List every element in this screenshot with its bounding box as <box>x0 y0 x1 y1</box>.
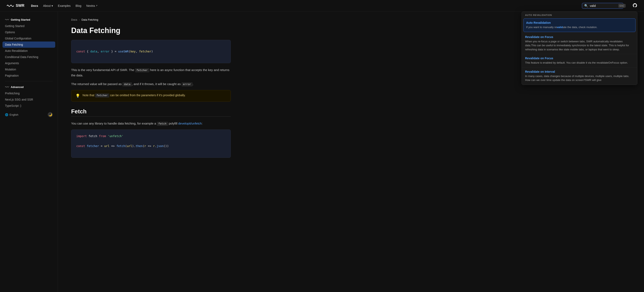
nav-links: Docs About ▾ Examples Blog Nextra ↗ <box>31 4 575 7</box>
note-box: 💡 Note that fetcher can be omitted from … <box>71 90 231 102</box>
sidebar-item-prefetching[interactable]: Prefetching <box>0 90 58 96</box>
section-divider <box>71 117 231 117</box>
search-input[interactable] <box>590 4 617 7</box>
data-inline-code: data <box>122 82 132 86</box>
chevron-down-icon: ▾ <box>52 4 53 7</box>
sidebar-item-data-fetching[interactable]: Data Fetching <box>2 41 55 48</box>
sidebar-section-advanced: Advanced <box>0 84 58 90</box>
nav-link-nextra[interactable]: Nextra ↗ <box>86 4 97 7</box>
sidebar-item-getting-started[interactable]: Getting Started <box>0 23 58 29</box>
dropdown-result-1-title: Auto Revalidation <box>526 21 633 24</box>
fetcher-note-code: fetcher <box>95 94 110 98</box>
note-text: Note that fetcher can be omitted from th… <box>82 94 186 97</box>
dropdown-result-1[interactable]: Auto Revalidation If you want to manuall… <box>524 18 636 32</box>
sidebar-item-mutation[interactable]: Mutation <box>0 66 58 72</box>
sidebar-item-pagination[interactable]: Pagination <box>0 72 58 79</box>
sidebar-item-auto-revalidation[interactable]: Auto Revalidation <box>0 48 58 54</box>
sidebar-item-arguments[interactable]: Arguments <box>0 60 58 66</box>
external-link-icon: ↗ <box>96 4 98 7</box>
github-icon[interactable] <box>632 3 638 8</box>
error-inline-code: error <box>182 82 192 86</box>
topnav: SWR Docs About ▾ Examples Blog Nextra ↗ … <box>0 0 644 11</box>
dropdown-result-3-title: Revalidate on Focus <box>525 57 634 60</box>
nav-link-about[interactable]: About ▾ <box>43 4 53 7</box>
intro-prose-2: The returned value will be passed as dat… <box>71 81 231 87</box>
sidebar-item-nextjs-ssg[interactable]: Next.js SSG and SSR <box>0 96 58 103</box>
main-content: Docs › Data Fetching Data Fetching const… <box>58 11 244 292</box>
nav-link-examples[interactable]: Examples <box>58 4 70 7</box>
breadcrumb-current: Data Fetching <box>82 18 98 21</box>
wave-icon-2 <box>5 86 9 89</box>
dropdown-result-4-title: Revalidate on Interval <box>525 70 634 73</box>
page-title: Data Fetching <box>71 26 231 35</box>
unfetch-link[interactable]: developit/unfetch <box>178 122 202 125</box>
dropdown-section-label: AUTO REVALIDATION <box>522 12 637 17</box>
wave-icon-1 <box>5 18 9 21</box>
search-dropdown: AUTO REVALIDATION Auto Revalidation If y… <box>522 11 638 85</box>
sidebar-item-global-config[interactable]: Global Configuration <box>0 35 58 41</box>
lightbulb-icon: 💡 <box>76 94 80 98</box>
dropdown-result-3-desc: This feature is enabled by default. You … <box>525 61 634 65</box>
sidebar-footer: 🌐 English 🌙 <box>0 109 58 120</box>
dropdown-result-3[interactable]: Revalidate on Focus This feature is enab… <box>522 54 637 68</box>
sidebar-section-label-gs: Getting Started <box>11 18 30 21</box>
logo[interactable]: SWR <box>6 3 24 8</box>
dropdown-result-2-title: Revalidate on Focus <box>525 35 634 39</box>
sidebar-section-getting-started: Getting Started <box>0 16 58 23</box>
globe-icon: 🌐 <box>5 113 8 116</box>
sidebar-item-conditional-data-fetching[interactable]: Conditional Data Fetching <box>0 54 58 60</box>
dropdown-result-2-desc: When you re-focus a page or switch betwe… <box>525 39 634 52</box>
intro-prose-1: This is the very fundamental API of SWR.… <box>71 67 231 78</box>
sidebar-item-options[interactable]: Options <box>0 29 58 35</box>
breadcrumb: Docs › Data Fetching <box>71 18 231 21</box>
logo-icon <box>6 4 14 8</box>
sidebar: Getting Started Getting Started Options … <box>0 11 58 292</box>
sidebar-item-typescript[interactable]: TypeScript :) <box>0 103 58 109</box>
dropdown-result-4-desc: In many cases, data changes because of m… <box>525 74 634 82</box>
breadcrumb-parent[interactable]: Docs <box>71 18 77 21</box>
code-block-1: const { data, error } = useSWR(key, fetc… <box>71 40 231 63</box>
sidebar-language[interactable]: 🌐 English <box>5 113 18 116</box>
fetch-prose: You can use any library to handle data f… <box>71 121 231 126</box>
moon-icon: 🌙 <box>48 113 52 116</box>
section-fetch-title: Fetch <box>71 108 231 115</box>
sidebar-section-label-adv: Advanced <box>11 86 24 89</box>
nav-link-docs[interactable]: Docs <box>31 4 38 7</box>
dropdown-result-2[interactable]: Revalidate on Focus When you re-focus a … <box>522 33 637 54</box>
breadcrumb-separator: › <box>79 18 80 21</box>
sidebar-divider <box>5 81 53 81</box>
fetch-inline-code: fetch <box>157 122 168 126</box>
dark-mode-toggle[interactable]: 🌙 <box>48 112 53 117</box>
search-box[interactable]: 🔍 ESC <box>582 3 623 9</box>
esc-badge: ESC <box>618 4 626 8</box>
search-icon: 🔍 <box>584 4 588 8</box>
code-block-2: import fetch from 'unfetch' const fetche… <box>71 130 231 158</box>
dropdown-result-1-desc: If you want to manually revalidate the d… <box>526 25 633 29</box>
dropdown-result-4[interactable]: Revalidate on Interval In many cases, da… <box>522 68 637 85</box>
fetcher-inline-code: fetcher <box>135 68 149 72</box>
nav-link-blog[interactable]: Blog <box>76 4 81 7</box>
logo-text: SWR <box>16 3 24 8</box>
